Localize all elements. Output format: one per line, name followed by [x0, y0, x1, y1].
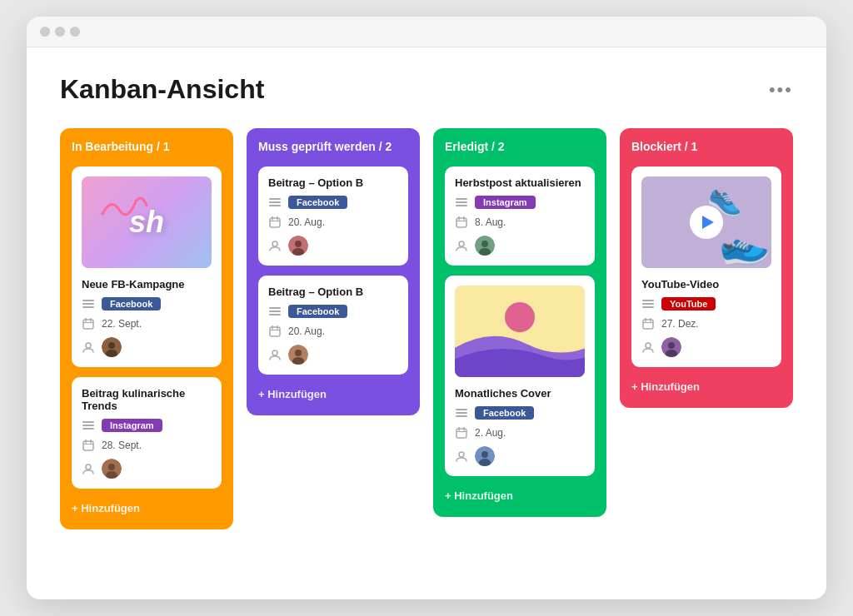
card-tag: YouTube — [661, 297, 716, 310]
card-tag-row: Facebook — [455, 406, 585, 420]
calendar-icon — [82, 317, 95, 330]
card-date-row: 2. Aug. — [455, 426, 585, 440]
kanban-column-blockiert: Blockiert / 1 👟 👟 YouTube-Video YouTube … — [620, 128, 793, 408]
svg-point-51 — [459, 241, 464, 246]
svg-rect-47 — [456, 218, 466, 227]
person-icon — [268, 348, 282, 361]
card-date-row: 20. Aug. — [268, 216, 398, 229]
calendar-icon — [268, 216, 282, 229]
card-avatar — [475, 236, 495, 256]
traffic-light-minimize[interactable] — [55, 27, 65, 37]
svg-point-7 — [86, 343, 91, 348]
add-card-button-erledigt[interactable]: + Hinzufügen — [445, 486, 595, 505]
card-title: Beitrag – Option B — [268, 176, 398, 189]
card-card-option-b-1[interactable]: Beitrag – Option B Facebook 20. Aug. — [258, 166, 408, 266]
svg-rect-44 — [456, 198, 467, 200]
svg-rect-55 — [456, 409, 467, 410]
svg-point-64 — [481, 451, 488, 458]
list-icon — [455, 406, 468, 420]
more-options-button[interactable]: ••• — [769, 79, 793, 101]
card-card-herbstpost[interactable]: Herbstpost aktualisieren Instagram 8. Au… — [445, 166, 595, 266]
card-title: Neue FB-Kampagne — [82, 278, 212, 291]
card-avatar — [288, 236, 308, 256]
card-avatar-row — [268, 236, 398, 256]
card-title: Herbstpost aktualisieren — [455, 176, 585, 189]
svg-rect-33 — [269, 307, 281, 309]
list-icon — [268, 196, 282, 209]
person-icon — [82, 462, 95, 475]
card-tag: Facebook — [288, 305, 347, 318]
traffic-light-close[interactable] — [40, 27, 50, 37]
card-date-row: 27. Dez. — [641, 317, 771, 330]
card-title: Beitrag kulinarische Trends — [82, 387, 212, 412]
svg-rect-58 — [456, 429, 466, 438]
card-date: 20. Aug. — [288, 216, 325, 228]
add-card-button-muss-geprueft[interactable]: + Hinzufügen — [258, 385, 408, 404]
card-card-kulinarisch[interactable]: Beitrag kulinarische Trends Instagram 28… — [72, 377, 222, 489]
svg-rect-57 — [456, 415, 467, 417]
card-date-row: 28. Sept. — [82, 439, 212, 452]
play-button[interactable] — [690, 206, 723, 239]
svg-rect-13 — [82, 428, 94, 430]
svg-rect-68 — [642, 306, 654, 308]
svg-point-9 — [108, 342, 115, 349]
add-card-button-blockiert[interactable]: + Hinzufügen — [631, 377, 781, 396]
svg-rect-1 — [82, 303, 94, 305]
page-title: Kanban-Ansicht — [60, 74, 264, 105]
person-icon — [455, 239, 468, 252]
card-card-kampagne[interactable]: sh Neue FB-Kampagne Facebook 22. Sept. — [72, 166, 222, 367]
svg-point-62 — [459, 452, 464, 457]
card-tag: Instagram — [475, 196, 536, 209]
card-avatar-row — [82, 459, 212, 479]
card-tag-row: YouTube — [641, 297, 771, 310]
card-avatar-row — [268, 345, 398, 365]
card-card-option-b-2[interactable]: Beitrag – Option B Facebook 20. Aug. — [258, 276, 408, 375]
list-icon — [455, 196, 468, 209]
add-card-button-in-bearbeitung[interactable]: + Hinzufügen — [72, 499, 222, 518]
card-avatar-row — [455, 236, 585, 256]
traffic-light-maximize[interactable] — [70, 27, 80, 37]
card-tag: Facebook — [288, 196, 347, 209]
svg-point-53 — [481, 241, 488, 247]
kanban-board: In Bearbeitung / 1 sh Neue FB-Kampagne F… — [60, 128, 793, 529]
card-avatar-row — [455, 446, 585, 466]
card-date-row: 22. Sept. — [82, 317, 212, 330]
card-tag-row: Instagram — [82, 419, 212, 432]
card-avatar-row — [82, 337, 212, 357]
card-date: 28. Sept. — [102, 440, 142, 451]
svg-rect-2 — [82, 306, 94, 308]
kanban-column-erledigt: Erledigt / 2Herbstpost aktualisieren Ins… — [433, 128, 606, 517]
person-icon — [268, 239, 282, 252]
column-header: Muss geprüft werden / 2 — [258, 140, 408, 153]
card-tag: Facebook — [102, 297, 161, 310]
svg-rect-35 — [269, 314, 281, 315]
svg-rect-24 — [269, 205, 281, 206]
card-avatar — [102, 337, 122, 357]
card-card-youtube[interactable]: 👟 👟 YouTube-Video YouTube 27. Dez. — [631, 166, 781, 367]
card-date-row: 20. Aug. — [268, 325, 398, 338]
card-card-monatlich[interactable]: Monatliches Cover Facebook 2. Aug. — [445, 276, 595, 476]
svg-point-31 — [295, 241, 302, 247]
card-avatar — [661, 337, 681, 357]
svg-rect-46 — [456, 205, 467, 206]
card-date: 8. Aug. — [475, 216, 506, 228]
card-tag-row: Facebook — [268, 196, 398, 209]
card-title: YouTube-Video — [641, 278, 771, 291]
card-date-row: 8. Aug. — [455, 216, 585, 229]
card-date: 22. Sept. — [102, 318, 142, 330]
calendar-icon — [455, 216, 468, 229]
svg-rect-67 — [642, 303, 654, 305]
column-header: Blockiert / 1 — [631, 140, 781, 153]
svg-rect-66 — [642, 300, 654, 301]
list-icon — [268, 305, 282, 318]
calendar-icon — [268, 325, 282, 338]
svg-rect-56 — [456, 412, 467, 414]
card-avatar — [475, 446, 495, 466]
titlebar — [27, 17, 826, 47]
kanban-column-muss-geprueft: Muss geprüft werden / 2Beitrag – Option … — [247, 128, 420, 415]
card-avatar-row — [641, 337, 771, 357]
card-title: Beitrag – Option B — [268, 286, 398, 298]
calendar-icon — [82, 439, 95, 452]
svg-rect-3 — [83, 320, 93, 329]
svg-rect-25 — [270, 218, 280, 227]
